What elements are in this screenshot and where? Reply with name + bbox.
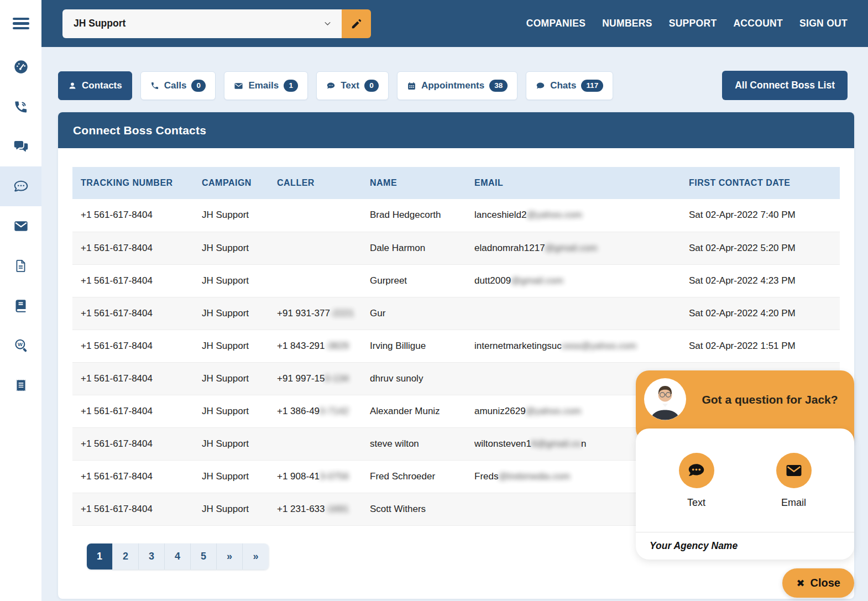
cell-email: dutt2009 [474, 275, 511, 286]
pencil-icon [351, 18, 363, 30]
col-email: EMAIL [466, 167, 681, 199]
cell-caller: +91 931-377 [277, 308, 330, 318]
sms-bubble-icon [13, 178, 29, 195]
receipt-icon [14, 378, 28, 393]
cell-campaign: JH Support [202, 341, 249, 351]
cell-caller: +1 908-41 [277, 471, 320, 482]
tab-label: Contacts [82, 80, 122, 91]
page-button-next[interactable]: » [217, 543, 243, 569]
all-connect-boss-list-button[interactable]: All Connect Boss List [722, 71, 848, 100]
cell-caller-redacted: -2221 [330, 308, 354, 318]
cell-email: amuniz2629 [474, 406, 526, 416]
cell-tracking: +1 561-617-8404 [81, 341, 153, 351]
cell-caller-redacted: -3829 [325, 341, 349, 351]
close-widget-button[interactable]: ✖ Close [782, 568, 854, 598]
pagination: 1 2 3 4 5 » » [87, 543, 269, 569]
col-name: NAME [362, 167, 466, 199]
panel-header: Connect Boss Contacts [58, 112, 854, 148]
col-campaign: CAMPAIGN [194, 167, 269, 199]
page-button-2[interactable]: 2 [113, 543, 139, 569]
cell-date: Sat 02-Apr-2022 1:51 PM [689, 341, 796, 351]
cell-name: Scott Withers [370, 504, 426, 514]
sidebar-item-sms[interactable] [0, 166, 41, 206]
cell-name: Dale Harmon [370, 243, 425, 253]
page-button-1[interactable]: 1 [87, 543, 113, 569]
book-icon [13, 299, 28, 313]
sidebar-item-book[interactable] [0, 286, 41, 326]
cell-campaign: JH Support [202, 210, 249, 220]
nav-sign-out[interactable]: SIGN OUT [799, 18, 848, 29]
cell-date: Sat 02-Apr-2022 5:20 PM [689, 243, 796, 253]
chat-bubble-icon [536, 81, 545, 91]
edit-company-button[interactable] [342, 9, 371, 38]
email-action-button[interactable]: Email [776, 453, 812, 509]
cell-campaign: JH Support [202, 373, 249, 384]
company-selector[interactable]: JH Support [62, 9, 342, 38]
cell-caller: +1 231-633 [277, 504, 325, 514]
col-first-contact-date: FIRST CONTACT DATE [681, 167, 840, 199]
cell-name: Gur [370, 308, 385, 318]
cell-email: internetmarketingsuc [474, 341, 562, 351]
phone-icon [150, 81, 159, 90]
menu-icon[interactable] [0, 0, 41, 47]
table-row[interactable]: +1 561-617-8404 JH Support Gurpreet dutt… [72, 264, 840, 297]
top-navigation: COMPANIES NUMBERS SUPPORT ACCOUNT SIGN O… [526, 18, 848, 29]
gauge-icon [13, 59, 29, 75]
sidebar-item-documents[interactable] [0, 246, 41, 286]
table-row[interactable]: +1 561-617-8404 JH Support Brad Hedgecor… [72, 199, 840, 232]
nav-support[interactable]: SUPPORT [669, 18, 717, 29]
tab-appointments[interactable]: Appointments 38 [397, 71, 517, 100]
col-caller: CALLER [269, 167, 362, 199]
file-icon [14, 259, 28, 273]
phone-volume-icon [13, 100, 28, 114]
cell-name: Irving Billigue [370, 341, 426, 351]
nav-account[interactable]: ACCOUNT [733, 18, 783, 29]
page-button-5[interactable]: 5 [191, 543, 217, 569]
envelope-icon [234, 81, 243, 91]
cell-date: Sat 02-Apr-2022 4:20 PM [689, 308, 796, 318]
page-button-last[interactable]: » [243, 543, 269, 569]
tab-count-badge: 38 [489, 80, 508, 92]
cell-name: Gurpreet [370, 275, 407, 286]
tab-emails[interactable]: Emails 1 [224, 71, 308, 100]
calendar-icon [407, 81, 416, 91]
page-button-3[interactable]: 3 [139, 543, 165, 569]
chevron-down-icon [323, 19, 332, 28]
cell-email: lanceshield2 [474, 210, 527, 220]
table-row[interactable]: +1 561-617-8404 JH Support +1 843-291-38… [72, 330, 840, 362]
tab-text[interactable]: Text 0 [316, 71, 389, 100]
tab-label: Chats [550, 80, 576, 91]
cell-campaign: JH Support [202, 243, 249, 253]
text-action-button[interactable]: Text [679, 453, 714, 509]
cell-caller: +1 386-49 [277, 406, 320, 416]
sidebar-item-conversations[interactable] [0, 127, 41, 166]
table-row[interactable]: +1 561-617-8404 JH Support Dale Harmon e… [72, 232, 840, 264]
table-row[interactable]: +1 561-617-8404 JH Support +91 931-377-2… [72, 297, 840, 330]
cell-email-redacted: @yahoo.com [526, 406, 581, 416]
cell-tracking: +1 561-617-8404 [81, 210, 153, 220]
cell-campaign: JH Support [202, 471, 249, 482]
tab-chats[interactable]: Chats 117 [526, 71, 613, 100]
tab-contacts[interactable]: Contacts [58, 71, 132, 100]
cell-campaign: JH Support [202, 504, 249, 514]
cell-email-redacted: @gmail.com [545, 243, 598, 253]
chat-bubbles-icon [13, 139, 29, 154]
nav-companies[interactable]: COMPANIES [526, 18, 585, 29]
sidebar-item-billing[interactable] [0, 365, 41, 405]
sidebar-item-email[interactable] [0, 206, 41, 246]
cell-tracking: +1 561-617-8404 [81, 243, 153, 253]
cell-campaign: JH Support [202, 406, 249, 416]
table-header-row: TRACKING NUMBER CAMPAIGN CALLER NAME EMA… [72, 167, 840, 199]
sidebar-item-dashboard[interactable] [0, 47, 41, 87]
nav-numbers[interactable]: NUMBERS [602, 18, 652, 29]
cell-campaign: JH Support [202, 275, 249, 286]
sidebar-item-calls[interactable] [0, 87, 41, 127]
cell-email-redacted: 6@gmail.co [531, 438, 581, 449]
chat-widget: Got a question for Jack? Text Email Your… [636, 370, 854, 598]
page-button-4[interactable]: 4 [165, 543, 191, 569]
sidebar-item-keyword-search[interactable]: W [0, 326, 41, 365]
envelope-icon [776, 453, 812, 488]
tab-calls[interactable]: Calls 0 [140, 71, 216, 100]
cell-email-redacted: @yahoo.com [527, 210, 582, 220]
chat-widget-title: Got a question for Jack? [693, 370, 846, 428]
